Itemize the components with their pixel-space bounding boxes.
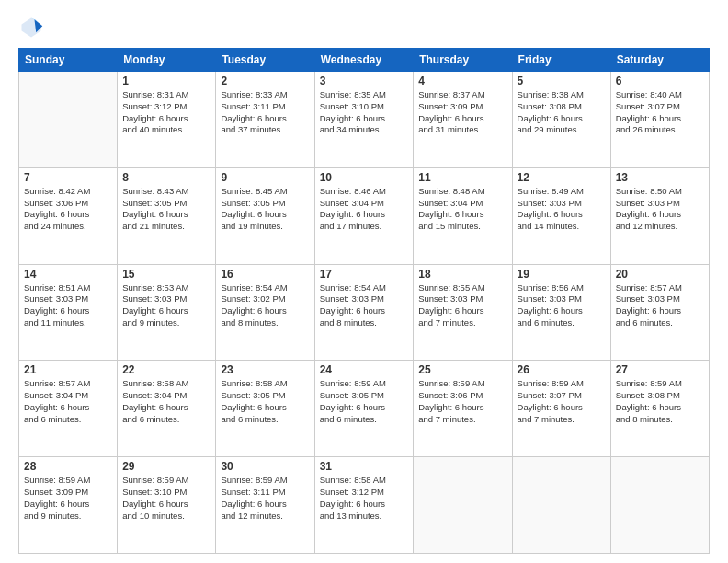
day-info: Sunrise: 8:56 AM Sunset: 3:03 PM Dayligh…	[518, 282, 606, 329]
calendar-week-4: 21Sunrise: 8:57 AM Sunset: 3:04 PM Dayli…	[19, 361, 710, 457]
calendar-cell: 22Sunrise: 8:58 AM Sunset: 3:04 PM Dayli…	[118, 361, 216, 457]
day-info: Sunrise: 8:42 AM Sunset: 3:06 PM Dayligh…	[24, 186, 112, 233]
day-number: 18	[418, 268, 506, 281]
calendar-cell: 14Sunrise: 8:51 AM Sunset: 3:03 PM Dayli…	[19, 264, 118, 361]
day-number: 5	[518, 75, 606, 87]
day-number: 20	[616, 268, 704, 281]
day-info: Sunrise: 8:51 AM Sunset: 3:03 PM Dayligh…	[24, 282, 112, 329]
calendar-cell: 13Sunrise: 8:50 AM Sunset: 3:03 PM Dayli…	[610, 167, 709, 264]
day-info: Sunrise: 8:59 AM Sunset: 3:08 PM Dayligh…	[616, 378, 704, 425]
calendar-cell: 4Sunrise: 8:37 AM Sunset: 3:09 PM Daylig…	[414, 72, 512, 168]
day-info: Sunrise: 8:50 AM Sunset: 3:03 PM Dayligh…	[616, 186, 704, 233]
day-info: Sunrise: 8:55 AM Sunset: 3:03 PM Dayligh…	[418, 282, 506, 329]
header-friday: Friday	[512, 49, 610, 72]
calendar-cell: 26Sunrise: 8:59 AM Sunset: 3:07 PM Dayli…	[512, 361, 610, 457]
header	[18, 15, 710, 40]
day-number: 7	[24, 171, 112, 184]
calendar-cell: 25Sunrise: 8:59 AM Sunset: 3:06 PM Dayli…	[414, 361, 512, 457]
day-info: Sunrise: 8:46 AM Sunset: 3:04 PM Dayligh…	[320, 186, 409, 233]
day-info: Sunrise: 8:53 AM Sunset: 3:03 PM Dayligh…	[122, 282, 210, 329]
day-info: Sunrise: 8:58 AM Sunset: 3:05 PM Dayligh…	[221, 378, 309, 425]
header-tuesday: Tuesday	[216, 49, 314, 72]
calendar-cell: 18Sunrise: 8:55 AM Sunset: 3:03 PM Dayli…	[414, 264, 512, 361]
day-number: 25	[418, 363, 506, 376]
calendar-week-5: 28Sunrise: 8:59 AM Sunset: 3:09 PM Dayli…	[19, 457, 710, 554]
day-number: 3	[320, 75, 409, 87]
day-number: 16	[221, 268, 309, 281]
calendar-cell: 2Sunrise: 8:33 AM Sunset: 3:11 PM Daylig…	[216, 72, 314, 168]
day-number: 30	[221, 460, 309, 473]
header-sunday: Sunday	[19, 49, 118, 72]
day-info: Sunrise: 8:57 AM Sunset: 3:03 PM Dayligh…	[616, 282, 704, 329]
calendar-cell: 5Sunrise: 8:38 AM Sunset: 3:08 PM Daylig…	[512, 72, 610, 168]
day-info: Sunrise: 8:43 AM Sunset: 3:05 PM Dayligh…	[122, 186, 210, 233]
calendar-cell: 15Sunrise: 8:53 AM Sunset: 3:03 PM Dayli…	[118, 264, 216, 361]
calendar-cell: 7Sunrise: 8:42 AM Sunset: 3:06 PM Daylig…	[19, 167, 118, 264]
day-info: Sunrise: 8:59 AM Sunset: 3:11 PM Dayligh…	[221, 475, 309, 522]
calendar-header-row: Sunday Monday Tuesday Wednesday Thursday…	[19, 49, 710, 72]
day-number: 10	[320, 171, 409, 184]
calendar-week-2: 7Sunrise: 8:42 AM Sunset: 3:06 PM Daylig…	[19, 167, 710, 264]
calendar-cell: 28Sunrise: 8:59 AM Sunset: 3:09 PM Dayli…	[19, 457, 118, 554]
day-info: Sunrise: 8:48 AM Sunset: 3:04 PM Dayligh…	[418, 186, 506, 233]
calendar-cell: 10Sunrise: 8:46 AM Sunset: 3:04 PM Dayli…	[314, 167, 414, 264]
day-info: Sunrise: 8:59 AM Sunset: 3:05 PM Dayligh…	[320, 378, 409, 425]
day-number: 26	[518, 363, 606, 376]
calendar-cell: 8Sunrise: 8:43 AM Sunset: 3:05 PM Daylig…	[118, 167, 216, 264]
day-number: 31	[320, 460, 409, 473]
calendar-cell: 12Sunrise: 8:49 AM Sunset: 3:03 PM Dayli…	[512, 167, 610, 264]
day-number: 1	[122, 75, 210, 87]
day-info: Sunrise: 8:45 AM Sunset: 3:05 PM Dayligh…	[221, 186, 309, 233]
calendar-cell: 20Sunrise: 8:57 AM Sunset: 3:03 PM Dayli…	[610, 264, 709, 361]
day-info: Sunrise: 8:57 AM Sunset: 3:04 PM Dayligh…	[24, 378, 112, 425]
day-number: 12	[518, 171, 606, 184]
calendar-cell: 6Sunrise: 8:40 AM Sunset: 3:07 PM Daylig…	[610, 72, 709, 168]
day-info: Sunrise: 8:59 AM Sunset: 3:07 PM Dayligh…	[518, 378, 606, 425]
day-number: 6	[616, 75, 704, 87]
header-wednesday: Wednesday	[314, 49, 414, 72]
day-info: Sunrise: 8:40 AM Sunset: 3:07 PM Dayligh…	[616, 89, 704, 136]
calendar-cell	[610, 457, 709, 554]
header-thursday: Thursday	[414, 49, 512, 72]
day-number: 9	[221, 171, 309, 184]
calendar-cell: 23Sunrise: 8:58 AM Sunset: 3:05 PM Dayli…	[216, 361, 314, 457]
calendar-cell: 24Sunrise: 8:59 AM Sunset: 3:05 PM Dayli…	[314, 361, 414, 457]
day-info: Sunrise: 8:59 AM Sunset: 3:09 PM Dayligh…	[24, 475, 112, 522]
calendar-week-3: 14Sunrise: 8:51 AM Sunset: 3:03 PM Dayli…	[19, 264, 710, 361]
day-info: Sunrise: 8:59 AM Sunset: 3:10 PM Dayligh…	[122, 475, 210, 522]
calendar-table: Sunday Monday Tuesday Wednesday Thursday…	[18, 48, 710, 554]
day-number: 11	[418, 171, 506, 184]
calendar-cell	[414, 457, 512, 554]
day-number: 4	[418, 75, 506, 87]
day-number: 2	[221, 75, 309, 87]
day-info: Sunrise: 8:58 AM Sunset: 3:12 PM Dayligh…	[320, 475, 409, 522]
day-number: 13	[616, 171, 704, 184]
calendar-cell: 9Sunrise: 8:45 AM Sunset: 3:05 PM Daylig…	[216, 167, 314, 264]
day-info: Sunrise: 8:38 AM Sunset: 3:08 PM Dayligh…	[518, 89, 606, 136]
day-info: Sunrise: 8:37 AM Sunset: 3:09 PM Dayligh…	[418, 89, 506, 136]
calendar-cell: 3Sunrise: 8:35 AM Sunset: 3:10 PM Daylig…	[314, 72, 414, 168]
day-info: Sunrise: 8:31 AM Sunset: 3:12 PM Dayligh…	[122, 89, 210, 136]
calendar-cell: 16Sunrise: 8:54 AM Sunset: 3:02 PM Dayli…	[216, 264, 314, 361]
header-monday: Monday	[118, 49, 216, 72]
calendar-cell: 27Sunrise: 8:59 AM Sunset: 3:08 PM Dayli…	[610, 361, 709, 457]
day-number: 15	[122, 268, 210, 281]
day-number: 28	[24, 460, 112, 473]
day-info: Sunrise: 8:49 AM Sunset: 3:03 PM Dayligh…	[518, 186, 606, 233]
day-info: Sunrise: 8:59 AM Sunset: 3:06 PM Dayligh…	[418, 378, 506, 425]
calendar-cell: 30Sunrise: 8:59 AM Sunset: 3:11 PM Dayli…	[216, 457, 314, 554]
day-info: Sunrise: 8:35 AM Sunset: 3:10 PM Dayligh…	[320, 89, 409, 136]
day-number: 29	[122, 460, 210, 473]
calendar-cell: 1Sunrise: 8:31 AM Sunset: 3:12 PM Daylig…	[118, 72, 216, 168]
day-number: 14	[24, 268, 112, 281]
calendar-cell	[19, 72, 118, 168]
day-number: 8	[122, 171, 210, 184]
day-number: 19	[518, 268, 606, 281]
calendar-cell: 29Sunrise: 8:59 AM Sunset: 3:10 PM Dayli…	[118, 457, 216, 554]
day-info: Sunrise: 8:54 AM Sunset: 3:03 PM Dayligh…	[320, 282, 409, 329]
day-number: 24	[320, 363, 409, 376]
calendar-cell: 21Sunrise: 8:57 AM Sunset: 3:04 PM Dayli…	[19, 361, 118, 457]
day-number: 27	[616, 363, 704, 376]
day-info: Sunrise: 8:58 AM Sunset: 3:04 PM Dayligh…	[122, 378, 210, 425]
calendar-cell: 19Sunrise: 8:56 AM Sunset: 3:03 PM Dayli…	[512, 264, 610, 361]
